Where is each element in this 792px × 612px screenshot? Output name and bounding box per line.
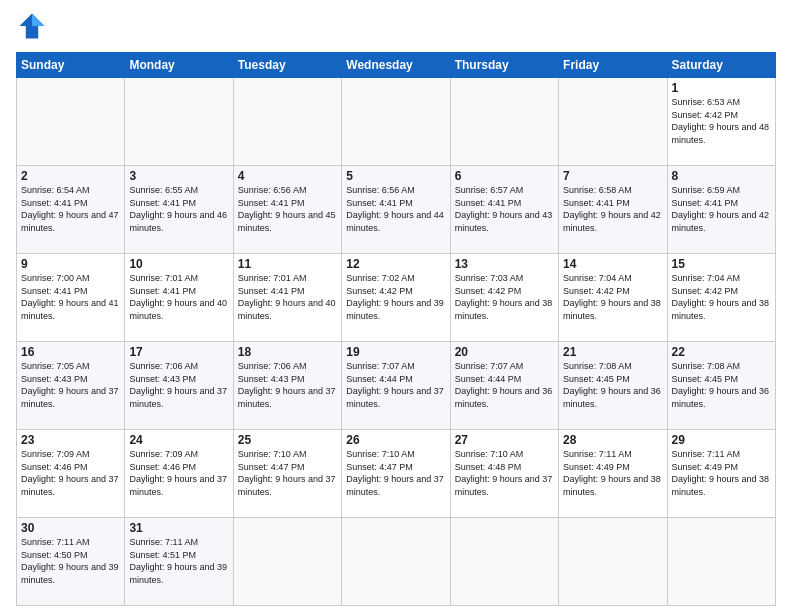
- day-info: Sunrise: 6:57 AMSunset: 4:41 PMDaylight:…: [455, 184, 554, 234]
- day-info: Sunrise: 6:58 AMSunset: 4:41 PMDaylight:…: [563, 184, 662, 234]
- day-info: Sunrise: 7:03 AMSunset: 4:42 PMDaylight:…: [455, 272, 554, 322]
- day-number: 8: [672, 169, 771, 183]
- calendar-cell: 13Sunrise: 7:03 AMSunset: 4:42 PMDayligh…: [450, 254, 558, 342]
- day-of-week-header: Saturday: [667, 53, 775, 78]
- calendar-cell: 27Sunrise: 7:10 AMSunset: 4:48 PMDayligh…: [450, 430, 558, 518]
- calendar-cell: 25Sunrise: 7:10 AMSunset: 4:47 PMDayligh…: [233, 430, 341, 518]
- day-info: Sunrise: 7:00 AMSunset: 4:41 PMDaylight:…: [21, 272, 120, 322]
- day-info: Sunrise: 6:59 AMSunset: 4:41 PMDaylight:…: [672, 184, 771, 234]
- day-number: 29: [672, 433, 771, 447]
- day-info: Sunrise: 6:56 AMSunset: 4:41 PMDaylight:…: [238, 184, 337, 234]
- day-info: Sunrise: 7:06 AMSunset: 4:43 PMDaylight:…: [129, 360, 228, 410]
- calendar-cell: 29Sunrise: 7:11 AMSunset: 4:49 PMDayligh…: [667, 430, 775, 518]
- calendar-cell: 10Sunrise: 7:01 AMSunset: 4:41 PMDayligh…: [125, 254, 233, 342]
- day-number: 12: [346, 257, 445, 271]
- day-number: 3: [129, 169, 228, 183]
- day-info: Sunrise: 7:01 AMSunset: 4:41 PMDaylight:…: [238, 272, 337, 322]
- calendar-week-row: 30Sunrise: 7:11 AMSunset: 4:50 PMDayligh…: [17, 518, 776, 606]
- calendar-cell: 28Sunrise: 7:11 AMSunset: 4:49 PMDayligh…: [559, 430, 667, 518]
- calendar-table: SundayMondayTuesdayWednesdayThursdayFrid…: [16, 52, 776, 606]
- calendar-cell: 17Sunrise: 7:06 AMSunset: 4:43 PMDayligh…: [125, 342, 233, 430]
- calendar-cell: [342, 78, 450, 166]
- calendar-header-row: SundayMondayTuesdayWednesdayThursdayFrid…: [17, 53, 776, 78]
- calendar-cell: 22Sunrise: 7:08 AMSunset: 4:45 PMDayligh…: [667, 342, 775, 430]
- day-info: Sunrise: 7:07 AMSunset: 4:44 PMDaylight:…: [455, 360, 554, 410]
- calendar-week-row: 1Sunrise: 6:53 AMSunset: 4:42 PMDaylight…: [17, 78, 776, 166]
- calendar-cell: 8Sunrise: 6:59 AMSunset: 4:41 PMDaylight…: [667, 166, 775, 254]
- calendar-cell: 12Sunrise: 7:02 AMSunset: 4:42 PMDayligh…: [342, 254, 450, 342]
- calendar-week-row: 23Sunrise: 7:09 AMSunset: 4:46 PMDayligh…: [17, 430, 776, 518]
- day-number: 26: [346, 433, 445, 447]
- day-number: 27: [455, 433, 554, 447]
- header: [16, 12, 776, 44]
- day-number: 13: [455, 257, 554, 271]
- day-number: 16: [21, 345, 120, 359]
- day-number: 24: [129, 433, 228, 447]
- day-info: Sunrise: 7:11 AMSunset: 4:49 PMDaylight:…: [672, 448, 771, 498]
- calendar-cell: 18Sunrise: 7:06 AMSunset: 4:43 PMDayligh…: [233, 342, 341, 430]
- calendar-cell: 1Sunrise: 6:53 AMSunset: 4:42 PMDaylight…: [667, 78, 775, 166]
- day-info: Sunrise: 7:10 AMSunset: 4:47 PMDaylight:…: [346, 448, 445, 498]
- calendar-week-row: 16Sunrise: 7:05 AMSunset: 4:43 PMDayligh…: [17, 342, 776, 430]
- day-info: Sunrise: 7:04 AMSunset: 4:42 PMDaylight:…: [672, 272, 771, 322]
- calendar-cell: 24Sunrise: 7:09 AMSunset: 4:46 PMDayligh…: [125, 430, 233, 518]
- calendar-cell: 26Sunrise: 7:10 AMSunset: 4:47 PMDayligh…: [342, 430, 450, 518]
- calendar-cell: [559, 78, 667, 166]
- day-of-week-header: Wednesday: [342, 53, 450, 78]
- day-number: 11: [238, 257, 337, 271]
- calendar-cell: 16Sunrise: 7:05 AMSunset: 4:43 PMDayligh…: [17, 342, 125, 430]
- day-info: Sunrise: 7:11 AMSunset: 4:51 PMDaylight:…: [129, 536, 228, 586]
- day-info: Sunrise: 7:01 AMSunset: 4:41 PMDaylight:…: [129, 272, 228, 322]
- day-number: 6: [455, 169, 554, 183]
- day-info: Sunrise: 7:08 AMSunset: 4:45 PMDaylight:…: [672, 360, 771, 410]
- calendar-week-row: 2Sunrise: 6:54 AMSunset: 4:41 PMDaylight…: [17, 166, 776, 254]
- day-info: Sunrise: 7:10 AMSunset: 4:47 PMDaylight:…: [238, 448, 337, 498]
- day-info: Sunrise: 6:56 AMSunset: 4:41 PMDaylight:…: [346, 184, 445, 234]
- day-number: 21: [563, 345, 662, 359]
- day-number: 31: [129, 521, 228, 535]
- day-info: Sunrise: 7:06 AMSunset: 4:43 PMDaylight:…: [238, 360, 337, 410]
- calendar-cell: 7Sunrise: 6:58 AMSunset: 4:41 PMDaylight…: [559, 166, 667, 254]
- day-number: 23: [21, 433, 120, 447]
- day-info: Sunrise: 7:07 AMSunset: 4:44 PMDaylight:…: [346, 360, 445, 410]
- day-number: 10: [129, 257, 228, 271]
- logo: [16, 12, 50, 44]
- day-of-week-header: Sunday: [17, 53, 125, 78]
- calendar-cell: 6Sunrise: 6:57 AMSunset: 4:41 PMDaylight…: [450, 166, 558, 254]
- calendar-cell: 23Sunrise: 7:09 AMSunset: 4:46 PMDayligh…: [17, 430, 125, 518]
- calendar-cell: 3Sunrise: 6:55 AMSunset: 4:41 PMDaylight…: [125, 166, 233, 254]
- day-of-week-header: Thursday: [450, 53, 558, 78]
- calendar-cell: 20Sunrise: 7:07 AMSunset: 4:44 PMDayligh…: [450, 342, 558, 430]
- day-info: Sunrise: 7:05 AMSunset: 4:43 PMDaylight:…: [21, 360, 120, 410]
- day-info: Sunrise: 7:08 AMSunset: 4:45 PMDaylight:…: [563, 360, 662, 410]
- day-info: Sunrise: 7:11 AMSunset: 4:50 PMDaylight:…: [21, 536, 120, 586]
- day-number: 15: [672, 257, 771, 271]
- calendar-cell: 11Sunrise: 7:01 AMSunset: 4:41 PMDayligh…: [233, 254, 341, 342]
- calendar-cell: [233, 78, 341, 166]
- day-of-week-header: Tuesday: [233, 53, 341, 78]
- svg-marker-1: [32, 14, 44, 26]
- calendar-cell: [450, 518, 558, 606]
- day-number: 19: [346, 345, 445, 359]
- day-info: Sunrise: 7:11 AMSunset: 4:49 PMDaylight:…: [563, 448, 662, 498]
- day-info: Sunrise: 7:10 AMSunset: 4:48 PMDaylight:…: [455, 448, 554, 498]
- calendar-cell: 31Sunrise: 7:11 AMSunset: 4:51 PMDayligh…: [125, 518, 233, 606]
- day-number: 5: [346, 169, 445, 183]
- day-number: 18: [238, 345, 337, 359]
- calendar-cell: [17, 78, 125, 166]
- day-number: 4: [238, 169, 337, 183]
- calendar-cell: [342, 518, 450, 606]
- day-number: 1: [672, 81, 771, 95]
- day-number: 30: [21, 521, 120, 535]
- calendar-cell: [450, 78, 558, 166]
- calendar-cell: 15Sunrise: 7:04 AMSunset: 4:42 PMDayligh…: [667, 254, 775, 342]
- day-of-week-header: Friday: [559, 53, 667, 78]
- day-number: 20: [455, 345, 554, 359]
- calendar-cell: 14Sunrise: 7:04 AMSunset: 4:42 PMDayligh…: [559, 254, 667, 342]
- day-info: Sunrise: 6:53 AMSunset: 4:42 PMDaylight:…: [672, 96, 771, 146]
- day-number: 9: [21, 257, 120, 271]
- day-number: 7: [563, 169, 662, 183]
- calendar-cell: 5Sunrise: 6:56 AMSunset: 4:41 PMDaylight…: [342, 166, 450, 254]
- calendar-container: SundayMondayTuesdayWednesdayThursdayFrid…: [0, 0, 792, 612]
- day-info: Sunrise: 7:09 AMSunset: 4:46 PMDaylight:…: [21, 448, 120, 498]
